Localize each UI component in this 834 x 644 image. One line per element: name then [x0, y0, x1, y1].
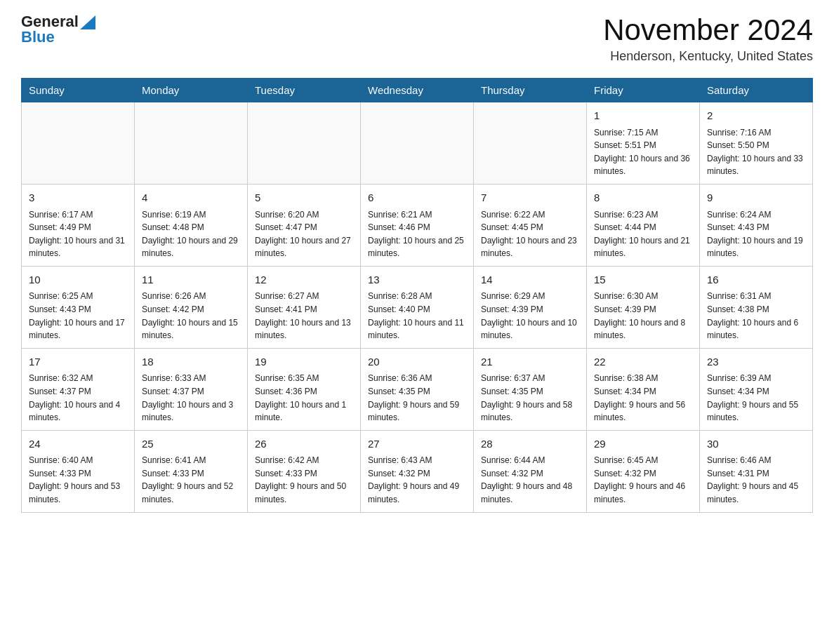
calendar-cell: 5Sunrise: 6:20 AM Sunset: 4:47 PM Daylig… [248, 185, 361, 267]
calendar-cell: 25Sunrise: 6:41 AM Sunset: 4:33 PM Dayli… [135, 430, 248, 512]
sun-info: Sunrise: 6:38 AM Sunset: 4:34 PM Dayligh… [594, 372, 692, 424]
sun-info: Sunrise: 6:26 AM Sunset: 4:42 PM Dayligh… [142, 290, 240, 342]
day-number: 15 [594, 272, 692, 288]
calendar-cell: 21Sunrise: 6:37 AM Sunset: 4:35 PM Dayli… [474, 348, 587, 430]
svg-marker-0 [80, 15, 95, 29]
day-number: 24 [29, 436, 127, 452]
sun-info: Sunrise: 6:32 AM Sunset: 4:37 PM Dayligh… [29, 372, 127, 424]
day-number: 28 [481, 436, 579, 452]
sun-info: Sunrise: 6:39 AM Sunset: 4:34 PM Dayligh… [707, 372, 805, 424]
sun-info: Sunrise: 6:30 AM Sunset: 4:39 PM Dayligh… [594, 290, 692, 342]
calendar-cell: 3Sunrise: 6:17 AM Sunset: 4:49 PM Daylig… [22, 185, 135, 267]
sun-info: Sunrise: 7:16 AM Sunset: 5:50 PM Dayligh… [707, 126, 805, 178]
day-number: 6 [368, 190, 466, 206]
calendar-cell: 10Sunrise: 6:25 AM Sunset: 4:43 PM Dayli… [22, 266, 135, 348]
day-number: 25 [142, 436, 240, 452]
calendar-cell [474, 102, 587, 185]
calendar-week-2: 3Sunrise: 6:17 AM Sunset: 4:49 PM Daylig… [22, 185, 813, 267]
calendar-cell: 27Sunrise: 6:43 AM Sunset: 4:32 PM Dayli… [361, 430, 474, 512]
day-number: 27 [368, 436, 466, 452]
day-number: 29 [594, 436, 692, 452]
sun-info: Sunrise: 6:27 AM Sunset: 4:41 PM Dayligh… [255, 290, 353, 342]
weekday-header-row: SundayMondayTuesdayWednesdayThursdayFrid… [22, 79, 813, 102]
calendar-cell: 30Sunrise: 6:46 AM Sunset: 4:31 PM Dayli… [700, 430, 813, 512]
sun-info: Sunrise: 6:36 AM Sunset: 4:35 PM Dayligh… [368, 372, 466, 424]
calendar-week-4: 17Sunrise: 6:32 AM Sunset: 4:37 PM Dayli… [22, 348, 813, 430]
calendar-cell: 6Sunrise: 6:21 AM Sunset: 4:46 PM Daylig… [361, 185, 474, 267]
sun-info: Sunrise: 6:35 AM Sunset: 4:36 PM Dayligh… [255, 372, 353, 424]
day-number: 17 [29, 354, 127, 370]
sun-info: Sunrise: 6:25 AM Sunset: 4:43 PM Dayligh… [29, 290, 127, 342]
weekday-header-thursday: Thursday [474, 79, 587, 102]
sun-info: Sunrise: 6:46 AM Sunset: 4:31 PM Dayligh… [707, 454, 805, 506]
calendar-cell: 14Sunrise: 6:29 AM Sunset: 4:39 PM Dayli… [474, 266, 587, 348]
weekday-header-saturday: Saturday [700, 79, 813, 102]
logo-triangle-icon [80, 15, 95, 29]
page-header: General Blue November 2024 Henderson, Ke… [21, 14, 813, 64]
title-block: November 2024 Henderson, Kentucky, Unite… [603, 14, 813, 64]
sun-info: Sunrise: 6:45 AM Sunset: 4:32 PM Dayligh… [594, 454, 692, 506]
day-number: 3 [29, 190, 127, 206]
day-number: 1 [594, 108, 692, 124]
calendar-cell: 12Sunrise: 6:27 AM Sunset: 4:41 PM Dayli… [248, 266, 361, 348]
calendar-cell [361, 102, 474, 185]
calendar-cell: 18Sunrise: 6:33 AM Sunset: 4:37 PM Dayli… [135, 348, 248, 430]
sun-info: Sunrise: 6:28 AM Sunset: 4:40 PM Dayligh… [368, 290, 466, 342]
day-number: 11 [142, 272, 240, 288]
calendar-cell [248, 102, 361, 185]
sun-info: Sunrise: 6:44 AM Sunset: 4:32 PM Dayligh… [481, 454, 579, 506]
calendar-cell: 7Sunrise: 6:22 AM Sunset: 4:45 PM Daylig… [474, 185, 587, 267]
calendar-cell: 17Sunrise: 6:32 AM Sunset: 4:37 PM Dayli… [22, 348, 135, 430]
day-number: 21 [481, 354, 579, 370]
calendar-week-1: 1Sunrise: 7:15 AM Sunset: 5:51 PM Daylig… [22, 102, 813, 185]
calendar-cell [135, 102, 248, 185]
day-number: 14 [481, 272, 579, 288]
location-text: Henderson, Kentucky, United States [603, 49, 813, 64]
calendar-cell: 19Sunrise: 6:35 AM Sunset: 4:36 PM Dayli… [248, 348, 361, 430]
sun-info: Sunrise: 6:17 AM Sunset: 4:49 PM Dayligh… [29, 208, 127, 260]
sun-info: Sunrise: 6:41 AM Sunset: 4:33 PM Dayligh… [142, 454, 240, 506]
weekday-header-sunday: Sunday [22, 79, 135, 102]
day-number: 22 [594, 354, 692, 370]
sun-info: Sunrise: 6:31 AM Sunset: 4:38 PM Dayligh… [707, 290, 805, 342]
calendar-cell: 24Sunrise: 6:40 AM Sunset: 4:33 PM Dayli… [22, 430, 135, 512]
sun-info: Sunrise: 7:15 AM Sunset: 5:51 PM Dayligh… [594, 126, 692, 178]
calendar-cell: 29Sunrise: 6:45 AM Sunset: 4:32 PM Dayli… [587, 430, 700, 512]
calendar-table: SundayMondayTuesdayWednesdayThursdayFrid… [21, 78, 813, 512]
calendar-cell: 2Sunrise: 7:16 AM Sunset: 5:50 PM Daylig… [700, 102, 813, 185]
sun-info: Sunrise: 6:42 AM Sunset: 4:33 PM Dayligh… [255, 454, 353, 506]
calendar-cell: 1Sunrise: 7:15 AM Sunset: 5:51 PM Daylig… [587, 102, 700, 185]
sun-info: Sunrise: 6:24 AM Sunset: 4:43 PM Dayligh… [707, 208, 805, 260]
sun-info: Sunrise: 6:43 AM Sunset: 4:32 PM Dayligh… [368, 454, 466, 506]
calendar-cell: 16Sunrise: 6:31 AM Sunset: 4:38 PM Dayli… [700, 266, 813, 348]
sun-info: Sunrise: 6:22 AM Sunset: 4:45 PM Dayligh… [481, 208, 579, 260]
weekday-header-friday: Friday [587, 79, 700, 102]
day-number: 23 [707, 354, 805, 370]
sun-info: Sunrise: 6:19 AM Sunset: 4:48 PM Dayligh… [142, 208, 240, 260]
calendar-cell: 15Sunrise: 6:30 AM Sunset: 4:39 PM Dayli… [587, 266, 700, 348]
day-number: 5 [255, 190, 353, 206]
day-number: 19 [255, 354, 353, 370]
calendar-cell: 26Sunrise: 6:42 AM Sunset: 4:33 PM Dayli… [248, 430, 361, 512]
sun-info: Sunrise: 6:21 AM Sunset: 4:46 PM Dayligh… [368, 208, 466, 260]
calendar-cell: 22Sunrise: 6:38 AM Sunset: 4:34 PM Dayli… [587, 348, 700, 430]
weekday-header-monday: Monday [135, 79, 248, 102]
calendar-cell: 28Sunrise: 6:44 AM Sunset: 4:32 PM Dayli… [474, 430, 587, 512]
day-number: 13 [368, 272, 466, 288]
calendar-week-3: 10Sunrise: 6:25 AM Sunset: 4:43 PM Dayli… [22, 266, 813, 348]
calendar-cell: 8Sunrise: 6:23 AM Sunset: 4:44 PM Daylig… [587, 185, 700, 267]
day-number: 16 [707, 272, 805, 288]
day-number: 26 [255, 436, 353, 452]
day-number: 10 [29, 272, 127, 288]
day-number: 8 [594, 190, 692, 206]
calendar-cell: 11Sunrise: 6:26 AM Sunset: 4:42 PM Dayli… [135, 266, 248, 348]
day-number: 7 [481, 190, 579, 206]
weekday-header-tuesday: Tuesday [248, 79, 361, 102]
calendar-cell [22, 102, 135, 185]
logo-general-text: General [21, 14, 79, 29]
sun-info: Sunrise: 6:37 AM Sunset: 4:35 PM Dayligh… [481, 372, 579, 424]
day-number: 2 [707, 108, 805, 124]
month-title: November 2024 [603, 14, 813, 46]
day-number: 9 [707, 190, 805, 206]
calendar-week-5: 24Sunrise: 6:40 AM Sunset: 4:33 PM Dayli… [22, 430, 813, 512]
